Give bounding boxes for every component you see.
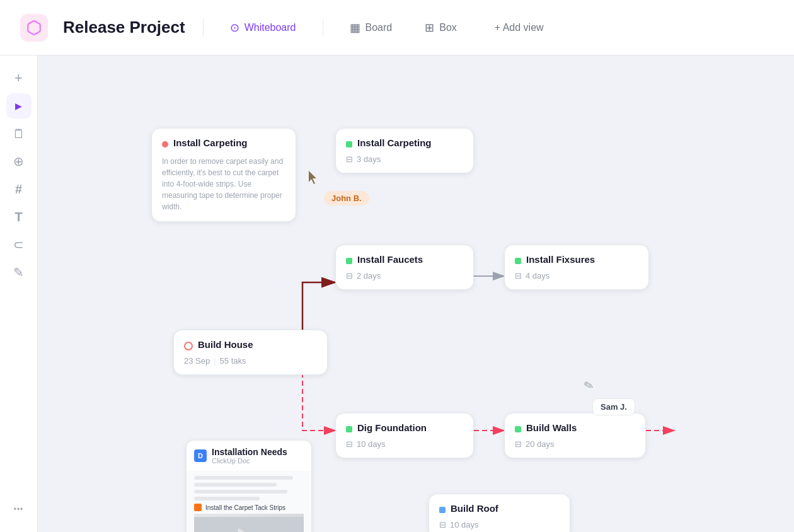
add-view-button[interactable]: + Add view (486, 17, 553, 38)
sidebar-item-play[interactable]: ▶ (6, 93, 32, 119)
sidebar-item-globe[interactable]: ⊕ (6, 149, 32, 174)
sidebar-item-sticker[interactable]: 🗒 (6, 121, 32, 146)
assignee-label-john: John B. (324, 191, 369, 205)
card-install-carpeting-expanded-header: Install Carpeting (162, 137, 285, 151)
app-icon (20, 14, 48, 42)
duration-icon-2: ⊟ (346, 271, 353, 280)
sidebar-item-add[interactable]: + (6, 66, 32, 91)
duration-icon-3: ⊟ (515, 271, 522, 280)
canvas: Install Carpeting In order to remove car… (38, 55, 794, 532)
box-icon: ⊞ (425, 21, 434, 35)
card-install-faucets-duration: 2 days (357, 271, 381, 280)
header-divider-2 (323, 19, 323, 37)
duration-icon-5: ⊟ (515, 439, 522, 449)
svg-rect-6 (194, 517, 304, 532)
doc-card-header: D Installation Needs ClickUp Doc (187, 441, 311, 471)
mouse-cursor (309, 171, 319, 187)
card-build-walls-meta: ⊟ 20 days (515, 439, 635, 449)
doc-line-4 (194, 497, 260, 500)
card-dot-red (162, 141, 168, 147)
card-sq-green (346, 141, 352, 147)
connectors (38, 55, 794, 532)
card-dig-foundation-meta: ⊟ 10 days (346, 439, 463, 449)
pencil-icon: ✏ (580, 377, 596, 395)
card-sq-blue-roof (439, 507, 446, 513)
card-build-house-date: 23 Sep (184, 356, 210, 366)
header-divider (203, 19, 204, 37)
whiteboard-icon: ⊙ (230, 21, 239, 35)
doc-step-label: Install the Carpet Tack Strips (194, 504, 304, 511)
card-dig-foundation-duration: 10 days (357, 439, 386, 449)
card-build-roof-meta: ⊟ 10 days (439, 520, 560, 529)
card-sq-green-fixsures (515, 258, 521, 264)
sidebar-item-hashtag[interactable]: # (6, 176, 32, 202)
doc-line-2 (194, 483, 277, 487)
doc-line-3 (194, 490, 287, 494)
card-build-walls[interactable]: Build Walls ⊟ 20 days (504, 413, 646, 458)
card-install-carpeting-meta: ⊟ 3 days (346, 154, 463, 164)
card-sq-green-walls (515, 426, 521, 432)
tab-board[interactable]: ▦ Board (341, 16, 401, 40)
header: Release Project ⊙ Whiteboard ▦ Board ⊞ B… (0, 0, 794, 55)
card-install-carpeting-expanded-title: Install Carpeting (173, 137, 248, 148)
card-doc[interactable]: D Installation Needs ClickUp Doc Install… (186, 440, 312, 532)
card-circle-red (184, 342, 193, 350)
tab-board-label: Board (365, 22, 393, 33)
sidebar-item-draw[interactable]: ✎ (6, 260, 32, 285)
card-install-fixsures[interactable]: Install Fixsures ⊟ 4 days (504, 245, 649, 290)
card-dig-foundation[interactable]: Dig Foundation ⊟ 10 days (335, 413, 474, 458)
card-build-house-title: Build House (198, 339, 253, 350)
duration-icon: ⊟ (346, 154, 353, 164)
card-sq-green-faucets (346, 258, 352, 264)
card-dig-foundation-title: Dig Foundation (357, 422, 427, 433)
doc-card-subtitle: ClickUp Doc (212, 457, 287, 465)
card-install-faucets-title: Install Faucets (357, 254, 423, 265)
card-install-fixsures-duration: 4 days (526, 271, 549, 280)
tab-box[interactable]: ⊞ Box (416, 16, 466, 40)
doc-card-image (194, 514, 304, 532)
card-install-carpeting-expanded[interactable]: Install Carpeting In order to remove car… (151, 128, 296, 222)
card-build-roof-duration: 10 days (450, 520, 479, 529)
card-build-walls-title: Build Walls (526, 422, 577, 433)
sidebar-item-text[interactable]: T (6, 204, 32, 229)
tab-whiteboard-label: Whiteboard (245, 22, 296, 33)
tab-whiteboard[interactable]: ⊙ Whiteboard (221, 16, 305, 40)
card-sq-green-dig (346, 426, 352, 432)
card-install-fixsures-title: Install Fixsures (526, 254, 595, 265)
doc-card-title: Installation Needs (212, 447, 287, 457)
tab-box-label: Box (439, 22, 457, 33)
sidebar-item-more[interactable]: ••• (6, 497, 32, 522)
duration-icon-6: ⊟ (439, 520, 446, 529)
sidebar: + ▶ 🗒 ⊕ # T ⊂ ✎ ••• (0, 55, 38, 532)
card-build-house-meta: 23 Sep | 55 taks (184, 356, 317, 366)
card-build-roof-title: Build Roof (451, 503, 498, 514)
add-view-label: + Add view (495, 22, 544, 33)
card-install-carpeting[interactable]: Install Carpeting ⊟ 3 days (335, 128, 474, 173)
doc-card-preview: Install the Carpet Tack Strips (187, 471, 311, 532)
card-build-house-tasks: 55 taks (220, 356, 246, 366)
sidebar-item-attach[interactable]: ⊂ (6, 232, 32, 257)
card-install-faucets-meta: ⊟ 2 days (346, 271, 463, 280)
card-install-carpeting-duration: 3 days (357, 154, 381, 164)
card-build-house[interactable]: Build House 23 Sep | 55 taks (173, 330, 328, 375)
project-title: Release Project (63, 18, 185, 37)
doc-icon: D (194, 449, 207, 462)
card-install-carpeting-title: Install Carpeting (357, 137, 432, 148)
card-install-fixsures-meta: ⊟ 4 days (515, 271, 638, 280)
card-install-carpeting-expanded-desc: In order to remove carpet easily and eff… (162, 156, 285, 212)
doc-line-1 (194, 476, 293, 480)
assignee-label-sam: Sam J. (592, 398, 635, 415)
board-icon: ▦ (350, 21, 360, 35)
card-build-walls-duration: 20 days (526, 439, 555, 449)
duration-icon-4: ⊟ (346, 439, 353, 449)
card-build-roof[interactable]: Build Roof ⊟ 10 days (429, 494, 570, 532)
card-install-faucets[interactable]: Install Faucets ⊟ 2 days (335, 245, 474, 290)
